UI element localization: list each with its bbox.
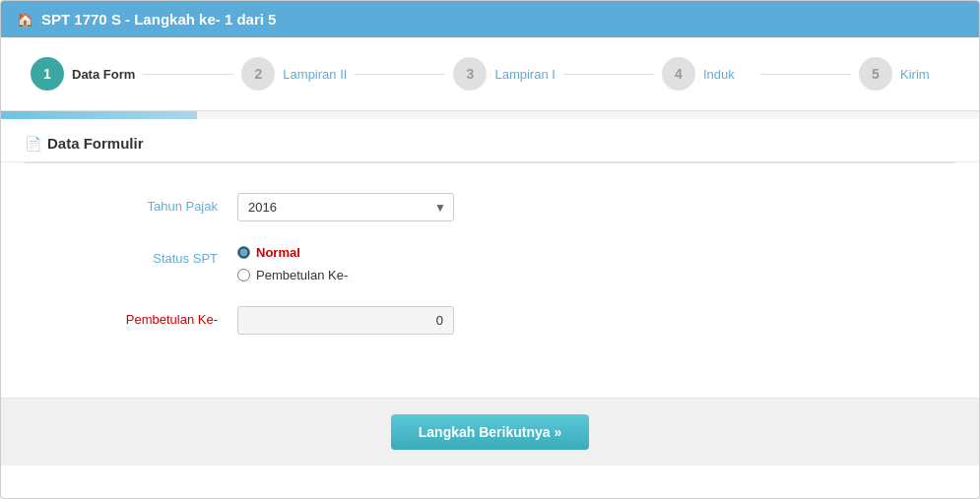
pembetulan-input[interactable] (237, 306, 454, 335)
pembetulan-control (237, 306, 553, 335)
home-icon: 🏠 (17, 12, 33, 28)
step-5[interactable]: 5 Kirim (859, 57, 949, 91)
radio-normal-item[interactable]: Normal (237, 245, 553, 260)
radio-pembetulan-input[interactable] (237, 269, 250, 281)
radio-group-status: Normal Pembetulan Ke- (237, 245, 553, 282)
section-title: 📄 Data Formulir (1, 119, 979, 162)
status-spt-control: Normal Pembetulan Ke- (237, 245, 553, 282)
form-area: Tahun Pajak 2016 2015 2014 2013 ▼ Status… (1, 163, 979, 378)
status-spt-row: Status SPT Normal Pembetulan Ke- (1, 245, 979, 282)
step-3-label: Lampiran I (494, 67, 555, 82)
step-2[interactable]: 2 Lampiran II (241, 57, 347, 91)
step-5-label: Kirim (900, 67, 930, 82)
progress-container (1, 111, 979, 119)
header-title: SPT 1770 S - Langkah ke- 1 dari 5 (41, 11, 276, 28)
step-separator-2 (355, 74, 445, 75)
tahun-pajak-row: Tahun Pajak 2016 2015 2014 2013 ▼ (1, 193, 979, 221)
doc-icon: 📄 (25, 136, 41, 152)
step-3[interactable]: 3 Lampiran I (453, 57, 555, 91)
header-bar: 🏠 SPT 1770 S - Langkah ke- 1 dari 5 (1, 1, 979, 37)
step-4-label: Induk (703, 67, 735, 82)
radio-normal-input[interactable] (237, 246, 250, 259)
pembetulan-row: Pembetulan Ke- (1, 306, 979, 335)
tahun-pajak-label: Tahun Pajak (40, 193, 237, 214)
pembetulan-label: Pembetulan Ke- (40, 306, 237, 327)
steps-bar: 1 Data Form 2 Lampiran II 3 Lampiran I 4… (1, 37, 979, 111)
step-2-label: Lampiran II (283, 67, 347, 82)
progress-bar (1, 111, 197, 119)
status-spt-label: Status SPT (40, 245, 237, 266)
step-1[interactable]: 1 Data Form (31, 57, 135, 91)
radio-pembetulan-item[interactable]: Pembetulan Ke- (237, 268, 553, 282)
step-4-circle: 4 (662, 57, 695, 91)
step-1-circle: 1 (31, 57, 64, 91)
step-5-circle: 5 (859, 57, 892, 91)
radio-pembetulan-label: Pembetulan Ke- (256, 268, 348, 282)
step-2-circle: 2 (241, 57, 275, 91)
step-separator-4 (760, 74, 851, 75)
pembetulan-label-text: Pembetulan Ke- (126, 312, 218, 327)
next-button[interactable]: Langkah Berikutnya » (391, 414, 590, 450)
step-1-label: Data Form (72, 67, 135, 82)
step-3-circle: 3 (453, 57, 487, 91)
step-4[interactable]: 4 Induk (662, 57, 752, 91)
footer-bar: Langkah Berikutnya » (1, 398, 979, 466)
radio-normal-label: Normal (256, 245, 300, 260)
step-separator-3 (563, 74, 654, 75)
main-window: 🏠 SPT 1770 S - Langkah ke- 1 dari 5 1 Da… (0, 0, 980, 499)
section-title-text: Data Formulir (47, 135, 144, 152)
tahun-pajak-select[interactable]: 2016 2015 2014 2013 (237, 193, 454, 221)
tahun-pajak-select-wrapper: 2016 2015 2014 2013 ▼ (237, 193, 454, 221)
step-separator-1 (143, 74, 233, 75)
tahun-pajak-control: 2016 2015 2014 2013 ▼ (237, 193, 553, 221)
